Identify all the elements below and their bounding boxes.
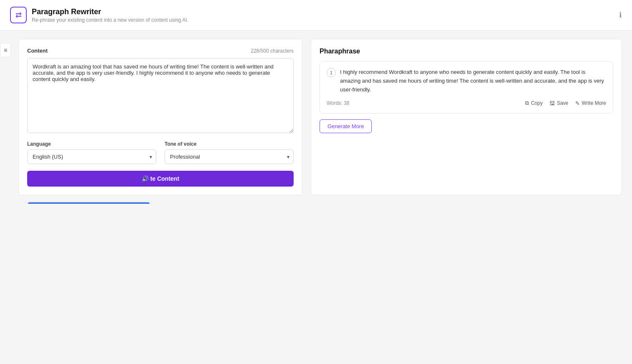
word-count: Words: 38: [327, 100, 349, 106]
menu-icon: ≡: [4, 47, 7, 53]
content-textarea[interactable]: [27, 58, 294, 133]
result-footer: Words: 38 ⧉ Copy 🖫 Save ✎ Write More: [327, 100, 606, 106]
tone-select[interactable]: Professional Casual Formal: [165, 149, 294, 164]
info-icon[interactable]: ℹ: [619, 10, 622, 20]
language-select-wrapper: English (US)English (UK)FrencheSpanishGe…: [27, 149, 156, 164]
app-title-group: Paragraph Rewriter Re-phrase your existi…: [32, 8, 188, 23]
language-label: Language: [27, 141, 156, 147]
save-icon: 🖫: [549, 100, 555, 106]
content-header: Content 228/500 characters: [27, 48, 294, 54]
write-more-icon: ✎: [575, 100, 580, 106]
app-subtitle: Re-phrase your existing content into a n…: [32, 17, 188, 23]
generate-more-button[interactable]: Generate More: [320, 119, 372, 133]
app-icon: ⇄: [10, 7, 27, 23]
save-label: Save: [557, 100, 568, 106]
language-control: Language English (US)English (UK)Frenche…: [27, 141, 156, 164]
app-header: ⇄ Paragraph Rewriter Re-phrase your exis…: [0, 0, 632, 30]
result-card: 1 I highly recommend Wordkraft to anyone…: [320, 61, 613, 114]
language-option[interactable]: English (US): [28, 202, 150, 204]
write-more-label: Write More: [582, 100, 606, 106]
controls-row: Language English (US)English (UK)Frenche…: [27, 141, 294, 164]
result-number: 1: [327, 68, 336, 77]
app-title: Paragraph Rewriter: [32, 8, 188, 16]
tone-label: Tone of voice: [165, 141, 294, 147]
language-dropdown: English (US)English (UK)FrencheSpanishGe…: [27, 202, 150, 204]
generate-button[interactable]: 🔊 te Content: [27, 171, 294, 187]
tone-control: Tone of voice Professional Casual Formal…: [165, 141, 294, 164]
char-count: 228/500 characters: [251, 48, 294, 54]
generate-button-label: 🔊 te Content: [142, 175, 179, 182]
generate-more-label: Generate More: [327, 123, 364, 129]
tone-select-wrapper: Professional Casual Formal ▾: [165, 149, 294, 164]
content-label: Content: [27, 48, 48, 54]
sidebar-toggle-button[interactable]: ≡: [0, 43, 11, 57]
main-layout: ≡ Content 228/500 characters Language En…: [0, 30, 632, 204]
result-header: 1 I highly recommend Wordkraft to anyone…: [327, 68, 606, 94]
save-button[interactable]: 🖫 Save: [549, 100, 568, 106]
write-more-button[interactable]: ✎ Write More: [575, 100, 606, 106]
copy-label: Copy: [531, 100, 543, 106]
language-select[interactable]: English (US)English (UK)FrencheSpanishGe…: [27, 149, 156, 164]
language-dropdown-scroll: English (US)English (UK)FrencheSpanishGe…: [28, 202, 150, 204]
copy-icon: ⧉: [525, 100, 529, 106]
result-actions: ⧉ Copy 🖫 Save ✎ Write More: [525, 100, 606, 106]
copy-button[interactable]: ⧉ Copy: [525, 100, 543, 106]
right-panel: Pharaphrase 1 I highly recommend Wordkra…: [311, 39, 622, 195]
left-panel: Content 228/500 characters Language Engl…: [18, 39, 302, 195]
paraphrase-title: Pharaphrase: [320, 48, 613, 55]
result-text: I highly recommend Wordkraft to anyone w…: [340, 68, 606, 94]
